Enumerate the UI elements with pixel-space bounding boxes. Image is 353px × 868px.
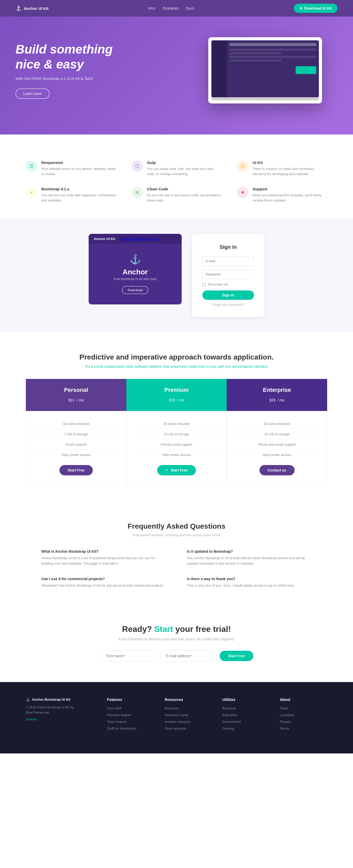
personal-start-button[interactable]: Start Free — [60, 465, 93, 475]
password-input[interactable] — [202, 270, 254, 279]
features-grid: ☰ Responsive Your website works on any d… — [26, 160, 327, 203]
faq-answer: That is very nice of you. Sure, I would … — [187, 583, 312, 588]
pricing-subtext: It's a social collaboration trello softw… — [26, 365, 327, 369]
footer-link[interactable]: Resource — [165, 706, 179, 710]
mockup-content — [227, 40, 319, 97]
footer-link[interactable]: Gaming — [222, 726, 234, 731]
faq-answer: Anchor Bootstrap UI Kit is a set of poli… — [41, 556, 166, 566]
feature-desc: Your website works on any device: deskto… — [41, 166, 116, 176]
enterprise-contact-button[interactable]: Contact us — [259, 465, 294, 475]
nav-brand: Anchor UI Kit — [15, 5, 48, 11]
feature-desc: As you can see in the source code; we pr… — [147, 193, 222, 203]
remember-me-wrapper: Remember me — [202, 283, 254, 286]
feature-title: UI Kit — [252, 160, 327, 165]
support-icon: ♥ — [237, 187, 248, 198]
footer-brand: ⚓ Anchor Bootstrap UI Kit © 2018 Anchor … — [26, 698, 97, 733]
faq-grid: What is Anchor Bootstrap UI Kit? Anchor … — [41, 549, 312, 588]
hero-section: Build something nice & easy With this FR… — [0, 17, 353, 134]
email-input[interactable] — [202, 256, 254, 266]
premium-body: 20 users included 10 GB of storage Prior… — [127, 411, 227, 486]
feature-desc: You can easily read, edit, and write you… — [147, 166, 222, 176]
footer-link[interactable]: Resource name — [165, 713, 188, 717]
footer-logo: ⚓ Anchor Bootstrap UI Kit — [26, 698, 97, 702]
faq-item: Can I use it for commercial projects? Ab… — [41, 577, 166, 588]
personal-plan-name: Personal — [31, 387, 121, 393]
demo-nav: Anchor UI Kit Intro Examples Docs — [89, 234, 182, 244]
footer-link[interactable]: Privacy — [280, 720, 291, 724]
demo-nav-examples[interactable]: Examples — [130, 237, 148, 241]
pricing-heading: Predictive and imperative approach towar… — [26, 353, 327, 361]
footer-link[interactable]: Team feature — [107, 720, 127, 724]
demo-download-button[interactable]: Download — [122, 286, 148, 294]
cleancode-icon: ≋ — [132, 187, 143, 198]
feature-item: Ⓐ UI Kit There is a bunch of useful and … — [237, 160, 327, 176]
faq-item: Is it updated to Bootstrap? Yes, Anchor … — [187, 549, 312, 566]
cta-subtext: A lot of features to develop your own lo… — [26, 637, 327, 641]
demo-nav-docs[interactable]: Docs — [149, 237, 158, 241]
uikit-icon: Ⓐ — [237, 160, 248, 172]
hero-subtext: With this FREE Bootstrap 4.1.3 UI Kit & … — [15, 76, 113, 81]
forgot-password-link[interactable]: Forgot your password? — [202, 303, 254, 307]
footer-anchor-icon: ⚓ — [26, 698, 30, 702]
feature-text: Bootstrap 4.1.x You can find our code we… — [41, 187, 116, 203]
download-icon: ⬇ — [299, 6, 303, 10]
faq-title: Frequently Asked Questions — [41, 522, 312, 530]
navbar: Anchor UI Kit Intro Examples Docs ⬇ Down… — [0, 0, 353, 17]
pricing-card-enterprise: Enterprise $29 / mo 30 users included 15… — [226, 379, 327, 486]
footer-col-resources: ResourcesResourceResource nameAnother re… — [165, 698, 212, 733]
mockup-sidebar — [211, 40, 227, 97]
footer-link[interactable]: Locations — [280, 713, 294, 717]
faq-question: Is it updated to Bootstrap? — [187, 549, 312, 554]
footer-link[interactable]: Terms — [280, 726, 289, 731]
cta-start-button[interactable]: Start Free — [220, 651, 253, 661]
footer-link[interactable]: Team — [280, 706, 288, 710]
password-field-wrapper — [202, 270, 254, 279]
footer-link[interactable]: Final resource — [165, 726, 186, 731]
download-button[interactable]: ⬇ Download UI Kit — [294, 4, 338, 13]
cta-first-name-input[interactable] — [100, 650, 156, 661]
footer-link[interactable]: Stuff for developers — [107, 726, 136, 731]
footer-license-link[interactable]: License — [26, 717, 36, 721]
checkmark-icon: ✓ — [165, 468, 169, 472]
faq-question: Can I use it for commercial projects? — [41, 577, 166, 581]
cta-section: Ready? Start your free trial! A lot of f… — [0, 604, 353, 682]
feature-text: Support When you download this template,… — [252, 187, 327, 203]
hero-heading: Build something nice & easy — [15, 42, 113, 72]
personal-body: 10 users included 2 GB of storage Email … — [26, 411, 127, 486]
premium-start-button[interactable]: ✓ Start Free — [157, 465, 196, 475]
feature-item: ♥ Support When you download this templat… — [237, 187, 327, 203]
feature-text: Responsive Your website works on any dev… — [41, 160, 116, 176]
pricing-card-personal: Personal $11 / mo 10 users included 2 GB… — [26, 379, 127, 486]
footer-col-about: AboutTeamLocationsPrivacyTerms — [280, 698, 327, 733]
pricing-intro: Predictive and imperative approach towar… — [0, 332, 353, 379]
faq-question: What is Anchor Bootstrap UI Kit? — [41, 549, 166, 554]
gulp-icon: ⬡ — [132, 160, 143, 172]
footer-col-features: FeaturesCool stuffRandom featureTeam fea… — [107, 698, 154, 733]
footer-link[interactable]: Random feature — [107, 713, 131, 717]
signin-button[interactable]: Sign In — [202, 290, 254, 300]
demo-title: Anchor — [99, 268, 171, 276]
cta-heading: Ready? Start your free trial! — [26, 624, 327, 634]
laptop-base — [211, 97, 319, 100]
remember-me-checkbox[interactable] — [202, 283, 206, 286]
nav-link-intro[interactable]: Intro — [148, 6, 155, 10]
nav-link-docs[interactable]: Docs — [186, 6, 194, 10]
nav-link-examples[interactable]: Examples — [163, 6, 179, 10]
demo-nav-intro[interactable]: Intro — [120, 237, 129, 241]
hero-text: Build something nice & easy With this FR… — [15, 42, 113, 99]
enterprise-price: $29 / mo — [232, 395, 322, 403]
faq-section: Frequently Asked Questions Transparent a… — [0, 507, 353, 604]
feature-title: Clean Code — [147, 187, 222, 191]
footer-link[interactable]: Another resource — [165, 720, 190, 724]
demo-inner: ⚓ Anchor Free Bootstrap UI Kit with Sass… — [89, 244, 182, 304]
footer-link[interactable]: Government — [222, 720, 241, 724]
demo-section: Anchor UI Kit Intro Examples Docs ⚓ Anch… — [0, 218, 353, 332]
footer-link[interactable]: Business — [222, 706, 236, 710]
cta-email-input[interactable] — [160, 650, 217, 661]
enterprise-plan-name: Enterprise — [232, 387, 322, 393]
footer-link[interactable]: Cool stuff — [107, 706, 121, 710]
footer-link[interactable]: Education — [222, 713, 237, 717]
demo-app-preview: Anchor UI Kit Intro Examples Docs ⚓ Anch… — [89, 234, 182, 304]
footer-grid: ⚓ Anchor Bootstrap UI Kit © 2018 Anchor … — [26, 698, 327, 733]
learn-more-button[interactable]: Learn more — [15, 89, 49, 99]
